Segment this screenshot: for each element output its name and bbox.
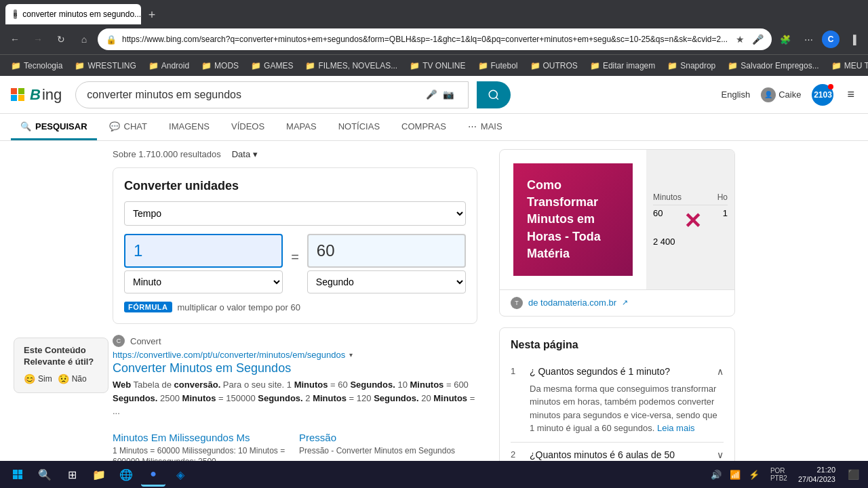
result-title-link[interactable]: Converter Minutos em Segundos (113, 361, 477, 375)
home-button[interactable]: ⌂ (75, 30, 94, 49)
tab-imagens-label: IMAGENS (169, 121, 210, 131)
tab-compras[interactable]: COMPRAS (392, 115, 456, 140)
bookmark-filmes[interactable]: 📁 FILMES, NOVELAS... (300, 58, 403, 74)
nesta-item-2-expand-icon[interactable]: ∨ (717, 449, 724, 460)
bookmark-wrestling[interactable]: 📁 WRESTLING (69, 58, 141, 74)
tab-noticias[interactable]: NOTÍCIAS (329, 115, 389, 140)
feedback-no-button[interactable]: 😟 Não (58, 372, 87, 386)
tab-videos[interactable]: VÍDEOS (222, 115, 274, 140)
folder-icon: 📁 (251, 61, 261, 70)
tab-chat[interactable]: 💬 CHAT (100, 115, 157, 140)
bookmark-salvador[interactable]: 📁 Salvador Empregos... (722, 58, 824, 74)
extensions-button[interactable]: 🧩 (776, 30, 795, 49)
notifications-button[interactable]: 2103 (812, 84, 833, 106)
voice-search-button[interactable]: 🎤 (423, 87, 440, 102)
bookmark-outros[interactable]: 📁 OUTROS (525, 58, 583, 74)
task-view-button[interactable]: ⊞ (60, 462, 84, 487)
sub-result-title-pressao[interactable]: Pressão (299, 432, 477, 443)
browser-profile-button[interactable]: C (822, 30, 840, 48)
result-url-link[interactable]: https://convertlive.com/pt/u/converter/m… (113, 350, 345, 360)
feedback-yes-button[interactable]: 😊 Sim (24, 372, 52, 386)
new-tab-button[interactable]: + (142, 5, 161, 24)
bookmark-snapdrop[interactable]: 📁 Snapdrop (662, 58, 721, 74)
bookmark-editar-imagem[interactable]: 📁 Editar imagem (585, 58, 660, 74)
action-center-button[interactable]: ⬛ (844, 465, 863, 484)
nesta-item-2: 2 ¿Quantos minutos é 6 aulas de 50 minut… (511, 443, 724, 461)
locale-indicator: POR PTB2 (770, 467, 787, 482)
tab-pesquisar[interactable]: 🔍 PESQUISAR (11, 115, 97, 140)
volume-icon[interactable]: 🔊 (708, 467, 724, 483)
refresh-button[interactable]: ↻ (52, 30, 71, 49)
bing-logo[interactable]: B ing (11, 86, 62, 104)
active-tab[interactable]: B converter minutos em segundo... ✕ (5, 4, 141, 24)
date-filter-button[interactable]: Data ▾ (232, 149, 258, 159)
network-icon[interactable]: 📶 (727, 467, 743, 483)
search-taskbar-button[interactable]: 🔍 (33, 462, 57, 487)
results-summary: Sobre 1.710.000 resultados Data ▾ (113, 149, 477, 159)
table-row-1: 60 ✕ 1 (653, 208, 728, 234)
read-more-link-1[interactable]: Leia mais (657, 423, 695, 433)
nesta-item-1-header[interactable]: 1 ¿ Quantos segundos é 1 minuto? ∧ (511, 366, 724, 377)
sub-result-desc-pressao: Pressão - Converter Minutos em Segundos (299, 445, 477, 457)
forward-button[interactable]: → (28, 30, 47, 49)
tab-videos-label: VÍDEOS (231, 121, 264, 131)
browser-menu-button[interactable]: ⋯ (799, 30, 818, 49)
bookmark-android[interactable]: 📁 Android (143, 58, 195, 74)
converter-to-input[interactable] (307, 234, 466, 268)
sub-result-milissegundos: Minutos Em Milissegundos Ms 1 Minutos = … (113, 432, 291, 462)
bing-b-letter: B (30, 86, 41, 104)
sub-result-title-milissegundos[interactable]: Minutos Em Milissegundos Ms (113, 432, 291, 443)
windows-clock[interactable]: 21:20 27/04/2023 (795, 465, 838, 485)
bookmark-games[interactable]: 📁 GAMES (245, 58, 298, 74)
converter-to-unit[interactable]: Segundo Minuto Hora (307, 270, 466, 293)
start-button[interactable] (5, 462, 30, 487)
bookmark-label: GAMES (264, 61, 293, 70)
file-explorer-button[interactable]: 📁 (87, 462, 111, 487)
extensions-icon[interactable]: ★ (734, 33, 746, 45)
user-name-label: Caike (778, 89, 801, 100)
tab-imagens[interactable]: IMAGENS (159, 115, 219, 140)
smile-icon: 😊 (24, 373, 35, 384)
bookmark-mods[interactable]: 📁 MODS (196, 58, 244, 74)
right-source-link[interactable]: de todamateria.com.br (528, 298, 616, 308)
search-button[interactable] (477, 81, 511, 108)
bookmark-tecnologia[interactable]: 📁 Tecnologia (5, 58, 68, 74)
url-expand-icon[interactable]: ▾ (349, 351, 353, 359)
image-search-button[interactable]: 📷 (440, 87, 457, 102)
bing-menu-button[interactable]: ≡ (844, 85, 857, 104)
address-bar-input[interactable] (122, 35, 728, 44)
chrome-taskbar-button[interactable]: ● (141, 462, 165, 487)
user-menu[interactable]: 👤 Caike (761, 87, 801, 102)
address-bar-row: ← → ↻ ⌂ 🔒 ★ 🎤 🧩 ⋯ C ▐ (0, 24, 868, 54)
nesta-item-2-header[interactable]: 2 ¿Quantos minutos é 6 aulas de 50 minut… (511, 449, 724, 461)
bookmark-label: MODS (214, 61, 239, 70)
bookmark-tv-online[interactable]: 📁 TV ONLINE (404, 58, 471, 74)
language-button[interactable]: English (722, 89, 751, 100)
result-item: C Convert https://convertlive.com/pt/u/c… (113, 335, 477, 418)
tab-mapas[interactable]: MAPAS (277, 115, 326, 140)
bookmark-label: FILMES, NOVELAS... (318, 61, 397, 70)
sidebar-toggle-button[interactable]: ▐ (844, 30, 863, 49)
search-box-container: 🎤 📷 (75, 81, 469, 108)
converter-category-select[interactable]: Tempo (124, 201, 466, 226)
clock-time: 21:20 (816, 465, 835, 474)
bookmark-meutim[interactable]: 📁 MEU TIM - Login (826, 58, 868, 74)
search-input[interactable] (87, 89, 423, 101)
right-card-inner: Como Transformar Minutos em Horas - Toda… (500, 150, 734, 289)
right-source-ext-icon[interactable]: ↗ (622, 298, 628, 307)
battery-icon[interactable]: ⚡ (746, 467, 762, 483)
converter-from-input[interactable] (124, 234, 283, 268)
nesta-item-1-collapse-icon[interactable]: ∧ (717, 366, 724, 377)
folder-icon: 📁 (530, 61, 540, 70)
bookmark-futebol[interactable]: 📁 Futebol (473, 58, 524, 74)
tab-mais[interactable]: ⋯ MAIS (458, 115, 512, 140)
bookmark-label: OUTROS (543, 61, 578, 70)
voice-search-icon[interactable]: 🎤 (751, 33, 764, 45)
nesta-item-2-question: ¿Quantos minutos é 6 aulas de 50 minutos… (530, 449, 711, 461)
notif-count: 2103 (814, 90, 832, 100)
converter-from-unit[interactable]: Minuto Hora Segundo (124, 270, 283, 293)
edge-taskbar-button[interactable]: 🌐 (114, 462, 138, 487)
vscode-taskbar-button[interactable]: ◈ (168, 462, 193, 487)
bookmarks-bar: 📁 Tecnologia 📁 WRESTLING 📁 Android 📁 MOD… (0, 54, 868, 76)
back-button[interactable]: ← (5, 30, 24, 49)
